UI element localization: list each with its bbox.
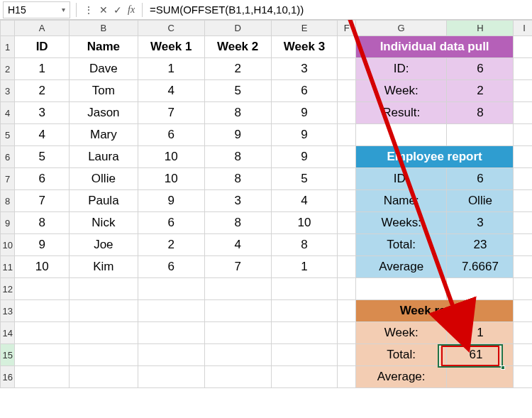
cell[interactable]: [514, 278, 532, 300]
cell[interactable]: 5: [15, 146, 70, 168]
cell[interactable]: 9: [204, 124, 271, 146]
cell[interactable]: 10: [271, 212, 338, 234]
cell[interactable]: [514, 36, 532, 58]
cell[interactable]: [69, 344, 138, 366]
cell[interactable]: 6: [138, 212, 204, 234]
cell[interactable]: [514, 256, 532, 278]
cell[interactable]: 9: [271, 124, 338, 146]
cell[interactable]: 8: [204, 146, 271, 168]
cell[interactable]: 10: [15, 256, 70, 278]
cell[interactable]: [15, 278, 70, 300]
cell[interactable]: [338, 80, 356, 102]
cell[interactable]: 3: [15, 102, 70, 124]
cell[interactable]: [204, 278, 271, 300]
cell[interactable]: 3: [271, 58, 338, 80]
chevron-down-icon[interactable]: ▾: [62, 6, 65, 13]
cell[interactable]: 4: [204, 234, 271, 256]
row-header[interactable]: 7: [1, 168, 15, 190]
row-header[interactable]: 11: [1, 256, 15, 278]
spreadsheet-grid[interactable]: A B C D E F G H I 1 ID Name Week 1 Week …: [0, 20, 532, 388]
cell[interactable]: [338, 300, 356, 322]
cell[interactable]: [514, 146, 532, 168]
cell[interactable]: Mary: [69, 124, 138, 146]
cell[interactable]: 8: [271, 234, 338, 256]
cell[interactable]: [138, 322, 204, 344]
cell[interactable]: 9: [271, 102, 338, 124]
row-header[interactable]: 1: [1, 36, 15, 58]
cell[interactable]: [204, 322, 271, 344]
cell[interactable]: 6: [447, 58, 514, 80]
col-header-I[interactable]: I: [514, 21, 532, 36]
cell[interactable]: [447, 278, 514, 300]
cell[interactable]: [338, 212, 356, 234]
fx-icon[interactable]: fx: [128, 4, 135, 16]
cell[interactable]: 2: [15, 80, 70, 102]
cell[interactable]: [338, 366, 356, 388]
cell[interactable]: [271, 322, 338, 344]
cell[interactable]: 6: [271, 80, 338, 102]
cell[interactable]: [338, 256, 356, 278]
cell[interactable]: [338, 168, 356, 190]
cell[interactable]: [514, 300, 532, 322]
cell[interactable]: 23: [447, 234, 514, 256]
col-header-C[interactable]: C: [138, 21, 204, 36]
cell[interactable]: [447, 124, 514, 146]
cell[interactable]: 10: [138, 168, 204, 190]
cell[interactable]: Dave: [69, 58, 138, 80]
cancel-icon[interactable]: ✕: [99, 4, 108, 16]
cell[interactable]: [15, 300, 70, 322]
cell[interactable]: 8: [447, 102, 514, 124]
row-header[interactable]: 12: [1, 278, 15, 300]
cell[interactable]: [271, 344, 338, 366]
row-header[interactable]: 13: [1, 300, 15, 322]
row-header[interactable]: 15: [1, 344, 15, 366]
cell[interactable]: Ollie: [69, 168, 138, 190]
cell[interactable]: Name: [69, 36, 138, 58]
cell[interactable]: Ollie: [447, 190, 514, 212]
cell[interactable]: Week:: [355, 322, 447, 344]
cell[interactable]: Paula: [69, 190, 138, 212]
cell[interactable]: [355, 124, 447, 146]
accept-icon[interactable]: ✓: [113, 4, 122, 16]
cell[interactable]: [69, 322, 138, 344]
cell[interactable]: [15, 366, 70, 388]
cell[interactable]: [69, 300, 138, 322]
select-all-corner[interactable]: [1, 21, 15, 36]
cell[interactable]: 6: [138, 124, 204, 146]
cell[interactable]: Weeks:: [355, 212, 447, 234]
cell[interactable]: 7: [138, 102, 204, 124]
cell[interactable]: [271, 366, 338, 388]
cell[interactable]: [514, 366, 532, 388]
cell[interactable]: [338, 146, 356, 168]
cell[interactable]: Name:: [355, 190, 447, 212]
cell[interactable]: [514, 322, 532, 344]
cell[interactable]: [204, 344, 271, 366]
row-header[interactable]: 16: [1, 366, 15, 388]
cell[interactable]: [338, 322, 356, 344]
cell[interactable]: Average:: [355, 366, 447, 388]
row-header[interactable]: 9: [1, 212, 15, 234]
cell[interactable]: [514, 124, 532, 146]
cell[interactable]: Jason: [69, 102, 138, 124]
cell[interactable]: [204, 300, 271, 322]
cell[interactable]: [271, 278, 338, 300]
cell[interactable]: 7.6667: [447, 256, 514, 278]
cell[interactable]: [514, 168, 532, 190]
cell[interactable]: [355, 278, 447, 300]
col-header-H[interactable]: H: [447, 21, 514, 36]
cell[interactable]: [138, 278, 204, 300]
cell[interactable]: [271, 300, 338, 322]
cell[interactable]: [514, 58, 532, 80]
cell[interactable]: Nick: [69, 212, 138, 234]
cell[interactable]: Week 3: [271, 36, 338, 58]
cell[interactable]: [15, 322, 70, 344]
cell[interactable]: Result:: [355, 102, 447, 124]
row-header[interactable]: 3: [1, 80, 15, 102]
col-header-E[interactable]: E: [271, 21, 338, 36]
cell[interactable]: [338, 234, 356, 256]
cell[interactable]: 8: [204, 168, 271, 190]
cell[interactable]: [338, 124, 356, 146]
cell[interactable]: [69, 278, 138, 300]
cell[interactable]: 9: [138, 190, 204, 212]
col-header-A[interactable]: A: [15, 21, 70, 36]
